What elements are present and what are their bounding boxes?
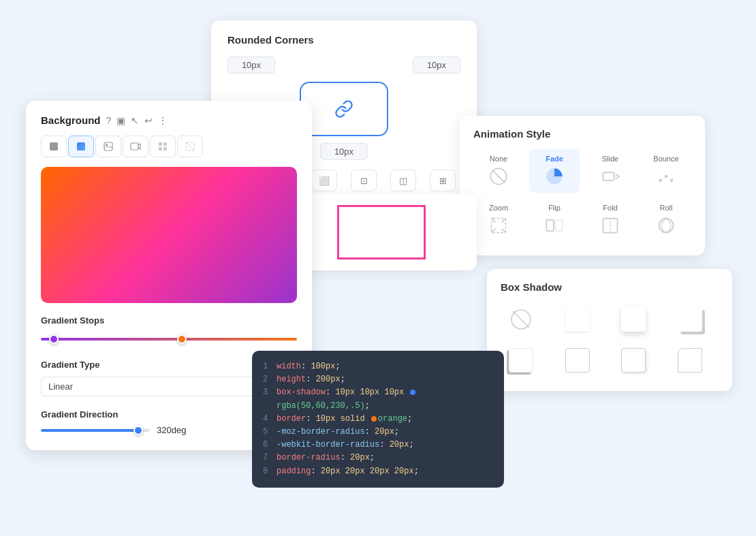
anim-zoom[interactable]: Zoom [473,198,524,242]
border-opt-5[interactable]: ◫ [390,170,416,191]
screen-icon[interactable]: ▣ [116,115,125,126]
code-text-8: padding: 20px 20px 20px 20px; [277,465,419,478]
shadow-inner-item[interactable] [557,343,598,377]
shadow-bl-item[interactable] [501,343,541,377]
line-num-5: 5 [263,426,271,439]
box-shadow-title: Box Shadow [501,281,719,293]
svg-point-18 [106,144,108,146]
rc-bottom-input[interactable]: 10px [320,143,368,160]
shadow-md-preview [621,307,646,332]
code-text-3: box-shadow: 10px 10px 10px rgba(50,60,23… [277,386,493,412]
anim-slide-label: Slide [602,155,618,163]
shadow-md-item[interactable] [613,302,654,336]
line-num-7: 7 [263,452,271,464]
border-preview-card [286,194,477,270]
code-line-6: 6 -webkit-border-radius: 20px; [263,439,493,452]
gradient-stops-slider[interactable] [41,332,297,346]
type-icon-solid[interactable] [41,136,67,157]
anim-roll-label: Roll [660,204,673,212]
anim-flip-label: Flip [548,204,561,212]
undo-icon[interactable]: ↩ [144,115,153,126]
shadow-sm-preview [565,307,590,332]
code-line-7: 7 border-radius: 20px; [263,452,493,464]
shadow-lg-item[interactable] [670,302,710,336]
anim-roll-icon [655,215,677,236]
thumb-purple[interactable] [49,334,59,344]
animation-style-card: Animation Style None Fade Slide Bounce [460,116,705,255]
svg-point-4 [659,179,663,183]
rc-top-inputs-row: 10px 10px [227,57,460,74]
rc-top-right-input[interactable]: 10px [413,57,460,74]
shadow-sm-item[interactable] [557,302,598,336]
rc-top-left-input[interactable]: 10px [227,57,275,74]
border-opt-4[interactable]: ⊡ [351,170,377,191]
menu-icon[interactable]: ⋮ [158,115,168,126]
anim-fade-icon [544,165,565,187]
code-line-3: 3 box-shadow: 10px 10px 10px rgba(50,60,… [263,386,493,412]
svg-rect-16 [77,142,85,151]
type-icon-none[interactable] [177,136,203,157]
svg-rect-17 [104,142,112,151]
type-icon-pattern[interactable] [150,136,176,157]
svg-rect-3 [603,172,614,180]
cursor-icon[interactable]: ↖ [131,115,139,126]
anim-none[interactable]: None [473,149,524,193]
code-tooltip: 1 width: 100px; 2 height: 200px; 3 box-s… [252,351,504,488]
anim-slide[interactable]: Slide [585,149,635,193]
code-line-8: 8 padding: 20px 20px 20px 20px; [263,465,493,478]
svg-line-14 [513,311,529,328]
anim-bounce[interactable]: Bounce [641,149,691,193]
code-line-1: 1 width: 100px; [263,360,493,373]
gradient-direction-slider[interactable] [41,429,150,432]
anim-none-label: None [490,155,507,163]
code-text-1: width: 100px; [277,360,341,373]
background-panel-title: Background [41,114,101,126]
direction-thumb[interactable] [133,426,143,435]
svg-rect-15 [50,142,58,151]
rc-preview-box [300,82,388,136]
line-num-1: 1 [263,360,271,373]
anim-bounce-label: Bounce [653,155,678,163]
border-opt-6[interactable]: ⊞ [430,170,456,191]
panel-header: Background ? ▣ ↖ ↩ ⋮ [41,114,297,126]
anim-slide-icon [599,165,621,187]
rounded-corners-title: Rounded Corners [227,34,460,46]
border-opt-3[interactable]: ⬜ [311,170,337,191]
anim-fold[interactable]: Fold [585,198,635,242]
shadow-outline-item[interactable] [670,343,710,377]
code-text-2: height: 200px; [277,373,345,386]
gradient-direction-value: 320deg [157,425,187,435]
type-icons-row [41,136,297,157]
svg-rect-21 [163,142,167,146]
code-text-6: -webkit-border-radius: 20px; [277,439,414,452]
link-icon [334,99,353,119]
shadow-br-preview [621,348,646,373]
anim-flip[interactable]: Flip [529,198,580,242]
box-shadow-card: Box Shadow [487,269,732,391]
anim-fade[interactable]: Fade [529,149,580,193]
direction-fill [41,429,138,432]
type-icon-video[interactable] [123,136,148,157]
gradient-direction-label: Gradient Direction [41,409,262,420]
svg-rect-8 [546,220,554,231]
shadow-br-item[interactable] [613,343,654,377]
shadow-outline-preview [678,348,702,373]
svg-rect-19 [131,143,138,150]
thumb-orange[interactable] [177,334,187,344]
shadow-bl-preview [509,348,533,373]
type-icon-image[interactable] [95,136,121,157]
svg-rect-9 [555,220,563,231]
svg-rect-20 [159,142,162,146]
type-icon-gradient[interactable] [68,136,94,157]
shadow-lg-preview [678,307,702,332]
shadow-none-item[interactable] [501,302,541,336]
svg-line-25 [186,142,194,151]
svg-point-5 [665,175,668,178]
code-text-5: -moz-border-radius: 20px; [277,426,399,439]
animation-card-title: Animation Style [473,128,691,140]
svg-line-1 [492,170,505,183]
anim-roll[interactable]: Roll [641,198,691,242]
line-num-6: 6 [263,439,271,452]
gradient-preview [41,167,297,303]
help-icon[interactable]: ? [106,115,112,126]
